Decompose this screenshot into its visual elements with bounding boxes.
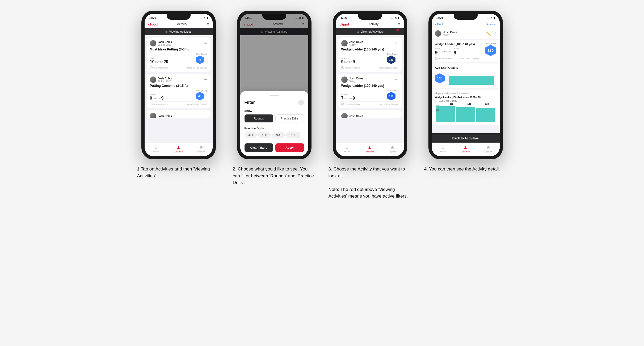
card-title-1: Must Make Putting (3-6 ft) [150, 48, 207, 51]
username-2: Josh Coles [158, 77, 172, 80]
footer-left-3-2: i Test Information [341, 103, 360, 105]
tag-ott[interactable]: OTT [245, 132, 257, 138]
wifi-icon-4: ⊙ [490, 17, 493, 19]
viewing-banner-3[interactable]: ⊞ Viewing Activities [336, 28, 404, 35]
hex-1: 75 [196, 55, 204, 64]
card-footer-3-1: i Test Information Data: Clippd Capture [341, 65, 399, 69]
status-icons-4: ▪▪▪ ⊙ ▮ [487, 17, 495, 19]
nav-capture-4[interactable]: ⊕ Capture [477, 145, 499, 153]
phone-2: 13:21 ▪▪▪ ⊙ ▮ clippd Activity ≡ ⊞ Viewin… [237, 11, 312, 159]
practice-drills-btn[interactable]: Practice Drills [275, 114, 304, 122]
userdate-3-2: Today [349, 80, 363, 83]
shots-val-1: 20 [163, 60, 168, 64]
battery-icon-3: ▮ [398, 17, 399, 19]
card-header-1: Josh Coles 28 Feb 2023 ••• [150, 40, 207, 46]
shot-quality-1: Shot Quality 75 [196, 53, 207, 64]
card-stats-3-1: Score 9 OUT OF 9 Shot Quality 1 [341, 53, 399, 64]
activity-card-3-1[interactable]: Josh Coles Today ••• Wedge Ladder (100-1… [338, 37, 402, 72]
card-footer-3-2: i Test Information Data: Clippd Capture [341, 101, 399, 105]
home-icon-4: ⌂ [441, 145, 444, 150]
user-details-3-3p: Josh Coles [349, 115, 363, 118]
scroll-1: Josh Coles 28 Feb 2023 ••• Must Make Put… [145, 35, 213, 143]
card-header-3-2: Josh Coles Today ••• [341, 76, 399, 83]
apply-btn[interactable]: Apply [275, 143, 304, 152]
nav-capture-3[interactable]: ⊕ Capture [381, 145, 404, 153]
footer-left-1: i Test Information [150, 66, 169, 69]
score-num-4: 9 [435, 50, 438, 55]
dots-3-2[interactable]: ••• [395, 78, 399, 82]
footer-left-3-1: i Test Information [341, 66, 360, 69]
avatar-3-2 [341, 76, 348, 83]
scroll-3: Josh Coles Today ••• Wedge Ladder (100-1… [336, 35, 404, 143]
bar-chart-container: 140 100 132 129 124 [435, 103, 496, 122]
nav-home-1[interactable]: ⌂ Home [145, 145, 167, 153]
stat-score-3-2: Score 7 OUT OF 9 [341, 93, 355, 100]
avatar-1 [150, 40, 156, 46]
info-icon-4: i [435, 57, 437, 60]
expand-icon[interactable]: ⤢ [493, 31, 496, 36]
nav-activities-4[interactable]: ♟ Activities [454, 145, 477, 153]
activity-card-3-2[interactable]: Josh Coles Today ••• Wedge Ladder (100-1… [338, 74, 402, 108]
nav-title-1: Activity [177, 22, 187, 26]
activities-icon-4: ♟ [464, 145, 467, 150]
dots-2[interactable]: ••• [204, 78, 207, 82]
nav-capture-1[interactable]: ⊕ Capture [190, 145, 212, 153]
nav-home-3[interactable]: ⌂ Home [336, 145, 359, 153]
score-val-2: 0 [150, 96, 152, 100]
detail-title-block: Wedge Ladder (100–140 yds) Score 9 OUT O… [435, 42, 475, 56]
app-nav-1: clippd Activity ≡ [145, 20, 213, 28]
activity-card-1[interactable]: Josh Coles 28 Feb 2023 ••• Must Make Put… [147, 37, 211, 72]
user-info-2: Josh Coles 28 Feb 2023 [150, 76, 172, 83]
back-to-activities-btn[interactable]: Back to Activities [432, 133, 500, 143]
signal-icon-4: ▪▪▪ [487, 17, 489, 19]
username-1: Josh Coles [158, 41, 172, 44]
username-3p: Josh Coles [158, 115, 172, 118]
user-info-3-2: Josh Coles Today [341, 76, 363, 83]
step-2-col: 13:21 ▪▪▪ ⊙ ▮ clippd Activity ≡ ⊞ Viewin… [232, 11, 317, 186]
user-details-1: Josh Coles 28 Feb 2023 [158, 41, 172, 46]
card-title-2: Putting Combine (3-15 ft) [150, 84, 207, 88]
tag-arg[interactable]: ARG [272, 132, 285, 138]
nav-home-4[interactable]: ⌂ Home [432, 145, 454, 153]
page-container: 13:20 ▪▪▪ ⊙ ▮ clippd Activity ≡ ⊞ View [136, 11, 508, 200]
card-title-3-1: Wedge Ladder (100-140 yds) [341, 48, 399, 51]
bottom-nav-4: ⌂ Home ♟ Activities ⊕ Capture [432, 143, 500, 156]
cancel-btn[interactable]: Cancel [487, 23, 496, 26]
userdate-3-1: Today [349, 44, 363, 46]
hex-3-1: 130 [387, 55, 395, 64]
shots-col-4: Shots 9 [453, 47, 459, 56]
rounds-btn[interactable]: Rounds [245, 114, 273, 122]
menu-icon-3[interactable]: ≡ [398, 22, 400, 26]
hex-shape-1: 75 [196, 55, 204, 64]
filter-modal: Filter ✕ Show Rounds Practice Drills Pra… [240, 91, 308, 156]
back-btn[interactable]: < Back [435, 23, 444, 26]
menu-icon-1[interactable]: ≡ [207, 22, 209, 26]
wifi-icon: ⊙ [203, 17, 205, 19]
avg-chart: APP [447, 72, 496, 86]
step-3-col: 13:20 ▪▪▪ ⊙ ▮ clippd Activity ≡ ⊞ Viewin… [327, 11, 413, 200]
score-label-1: Score [150, 57, 169, 59]
edit-icon[interactable]: ✏️ [486, 31, 491, 36]
detail-header: < Back Cancel [432, 20, 500, 28]
modal-title: Filter [245, 100, 255, 105]
dots-3-1[interactable]: ••• [395, 41, 399, 45]
clear-filters-btn[interactable]: Clear Filters [245, 143, 273, 152]
nav-activities-3[interactable]: ♟ Activities [359, 145, 381, 153]
card-footer-2: i Test Information Data: Clippd Capture [150, 101, 207, 105]
shots-val-2: 9 [161, 96, 163, 100]
score-inline-2: 0 OUT OF 9 [150, 96, 164, 100]
activity-card-2[interactable]: Josh Coles 28 Feb 2023 ••• Putting Combi… [147, 74, 211, 108]
card-header-3-1: Josh Coles Today ••• [341, 40, 399, 46]
tag-app[interactable]: APP [258, 132, 271, 138]
filter-tag-row: OTT APP ARG PUTT [245, 132, 304, 138]
nav-activities-1[interactable]: ♟ Activities [167, 145, 190, 153]
tag-putt[interactable]: PUTT [286, 132, 300, 138]
viewing-banner-1[interactable]: ⊞ Viewing Activities [145, 28, 213, 35]
userdate-4: Today [443, 34, 457, 36]
modal-close-btn[interactable]: ✕ [298, 100, 304, 105]
shots-num-4: 9 [453, 50, 456, 55]
dots-1[interactable]: ••• [204, 41, 207, 45]
username-4: Josh Coles [443, 31, 457, 34]
score-display: Score 9 OUT OF Shots 9 [435, 47, 475, 56]
bottom-nav-1: ⌂ Home ♟ Activities ⊕ Capture [145, 143, 213, 156]
